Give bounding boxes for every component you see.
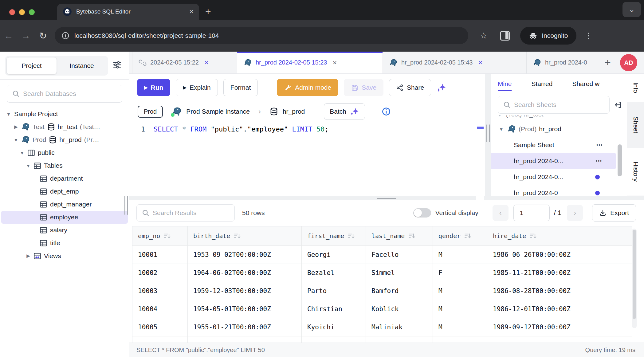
import-sheet-icon[interactable] xyxy=(614,100,622,109)
window-close-button[interactable] xyxy=(9,9,15,15)
worksheet-tab-4[interactable]: hr_prod 2024-0 xyxy=(527,52,600,73)
cell[interactable]: Kyoichi xyxy=(302,318,366,336)
column-header[interactable]: hire_date xyxy=(487,226,599,245)
cell[interactable]: 1989-09-12T00:00:00Z xyxy=(487,318,599,336)
cell[interactable]: Chirstian xyxy=(302,300,366,318)
cell[interactable]: Parto xyxy=(302,282,366,300)
tab-info[interactable]: Info xyxy=(627,74,644,102)
vertical-display-toggle[interactable] xyxy=(413,208,431,218)
cell[interactable]: 10003 xyxy=(132,282,188,300)
tree-item-tables[interactable]: ▼ Tables xyxy=(0,159,129,172)
tree-item-table-salary[interactable]: salary xyxy=(0,224,129,237)
table-row[interactable]: 100021964-06-02T00:00:00ZBezalelSimmelF1… xyxy=(132,264,632,282)
caret-right-icon[interactable]: ▶ xyxy=(13,124,19,130)
cell[interactable]: 1986-08-28T00:00:00Z xyxy=(487,282,599,300)
browser-tab-close-icon[interactable]: × xyxy=(189,8,194,15)
cell[interactable]: Facello xyxy=(366,246,433,264)
cell[interactable]: Preusig xyxy=(366,336,433,343)
sort-icon[interactable] xyxy=(408,233,415,239)
sidebar-resize-handle[interactable] xyxy=(124,196,129,215)
results-search[interactable] xyxy=(136,204,235,222)
sheet-item-unsaved[interactable]: hr_prod 2024-0... xyxy=(491,169,627,185)
sheet-list-scrollbar[interactable] xyxy=(618,144,622,176)
cell[interactable]: Anneke xyxy=(302,336,366,343)
new-worksheet-button[interactable]: + xyxy=(605,57,611,69)
tab-starred[interactable]: Starred xyxy=(532,75,553,92)
sheet-group-partial[interactable]: ▶(Test) hr_test xyxy=(491,116,627,121)
tab-history[interactable]: History xyxy=(627,148,644,195)
reload-icon[interactable]: ↻ xyxy=(34,30,52,41)
sort-icon[interactable] xyxy=(164,233,171,239)
tree-item-table-employee[interactable]: employee xyxy=(1,211,128,224)
tab-shared[interactable]: Shared w xyxy=(572,75,599,92)
share-button[interactable]: Share xyxy=(389,79,431,96)
column-header[interactable]: birth_date xyxy=(188,226,302,245)
panel-resize-divider[interactable] xyxy=(485,74,491,196)
sheet-item-partial[interactable]: hr_prod 2024-0 xyxy=(491,185,627,196)
back-icon[interactable]: ← xyxy=(0,30,17,41)
sql-editor[interactable]: 1 SELECT * FROM "public"."employee" LIMI… xyxy=(129,122,485,196)
save-button[interactable]: Save xyxy=(344,79,383,96)
site-info-icon[interactable] xyxy=(61,32,69,40)
database-search[interactable] xyxy=(7,85,122,103)
cell[interactable]: Koblick xyxy=(366,300,433,318)
forward-icon[interactable]: → xyxy=(17,30,34,41)
side-panel-icon[interactable] xyxy=(500,31,510,41)
cell[interactable]: 1953-09-02T00:00:00Z xyxy=(188,246,302,264)
tree-item-table-department[interactable]: department xyxy=(0,172,129,185)
drag-handle[interactable] xyxy=(486,124,490,143)
caret-down-icon[interactable]: ▼ xyxy=(13,137,19,143)
run-button[interactable]: ▶ Run xyxy=(137,79,170,96)
tree-item-table-title[interactable]: title xyxy=(0,237,129,249)
tree-item-views[interactable]: ▶ Views xyxy=(0,249,129,262)
page-number-field[interactable] xyxy=(513,205,550,221)
worksheet-tab-3[interactable]: hr_prod 2024-02-05 15:43 × xyxy=(383,52,527,73)
cell[interactable]: 10004 xyxy=(132,300,188,318)
cell[interactable]: 1953-04-20T00:00:00Z xyxy=(188,336,302,343)
cell[interactable]: 1955-01-21T00:00:00Z xyxy=(188,318,302,336)
cell[interactable]: 1989-06-02T00:00:00Z xyxy=(487,336,599,343)
worksheet-tab-2-active[interactable]: hr_prod 2024-02-05 15:23 × xyxy=(237,52,383,73)
tree-item-schema-public[interactable]: ▼ public xyxy=(0,146,129,159)
table-row[interactable]: 100051955-01-21T00:00:00ZKyoichiMaliniak… xyxy=(132,318,632,336)
tab-mine[interactable]: Mine xyxy=(498,75,512,92)
filter-settings-icon[interactable] xyxy=(112,60,122,69)
prev-page-button[interactable]: ‹ xyxy=(493,205,509,221)
tree-item-database-prod[interactable]: ▼ Prod hr_prod (Pr… xyxy=(0,133,129,146)
sheet-search-input[interactable] xyxy=(498,96,609,113)
tab-project[interactable]: Project xyxy=(6,57,57,74)
sort-icon[interactable] xyxy=(530,233,536,239)
export-button[interactable]: Export xyxy=(592,204,636,222)
cell[interactable]: 1964-06-02T00:00:00Z xyxy=(188,264,302,282)
sheet-item-selected[interactable]: hr_prod 2024-0... ••• xyxy=(491,153,616,169)
info-icon[interactable] xyxy=(382,107,391,116)
table-row[interactable]: 100031959-12-03T00:00:00ZPartoBamfordM19… xyxy=(132,282,632,300)
tree-item-project[interactable]: ▼ Sample Project xyxy=(0,108,129,120)
sort-icon[interactable] xyxy=(348,233,355,239)
explain-button[interactable]: ▶ Explain xyxy=(176,79,218,96)
cell[interactable]: 10002 xyxy=(132,264,188,282)
more-menu-icon[interactable]: ••• xyxy=(596,159,602,163)
tree-item-database-test[interactable]: ▶ Test hr_test (Test… xyxy=(0,120,129,133)
caret-down-icon[interactable]: ▼ xyxy=(19,150,25,155)
cell[interactable]: Bamford xyxy=(366,282,433,300)
tree-item-table-dept-manager[interactable]: dept_manager xyxy=(0,198,129,211)
drag-handle[interactable] xyxy=(377,195,396,200)
cell[interactable]: 10001 xyxy=(132,246,188,264)
cell[interactable]: 1954-05-01T00:00:00Z xyxy=(188,300,302,318)
sheet-search[interactable] xyxy=(498,96,610,114)
cell[interactable]: 1986-12-01T00:00:00Z xyxy=(487,300,599,318)
format-button[interactable]: Format xyxy=(223,79,258,96)
tab-sheet[interactable]: Sheet xyxy=(627,102,644,148)
admin-mode-button[interactable]: Admin mode xyxy=(277,79,338,96)
cell[interactable]: F xyxy=(433,264,487,282)
column-header[interactable]: first_name xyxy=(302,226,366,245)
cell[interactable]: Simmel xyxy=(366,264,433,282)
cell[interactable]: M xyxy=(433,318,487,336)
window-minimize-button[interactable] xyxy=(19,9,25,15)
results-scrollbar[interactable] xyxy=(632,229,637,328)
table-row[interactable]: 100061953-04-20T00:00:00ZAnnekePreusigF1… xyxy=(132,336,632,343)
tab-instance[interactable]: Instance xyxy=(57,57,107,74)
cell[interactable]: 1959-12-03T00:00:00Z xyxy=(188,282,302,300)
cell[interactable]: 1985-11-21T00:00:00Z xyxy=(487,264,599,282)
